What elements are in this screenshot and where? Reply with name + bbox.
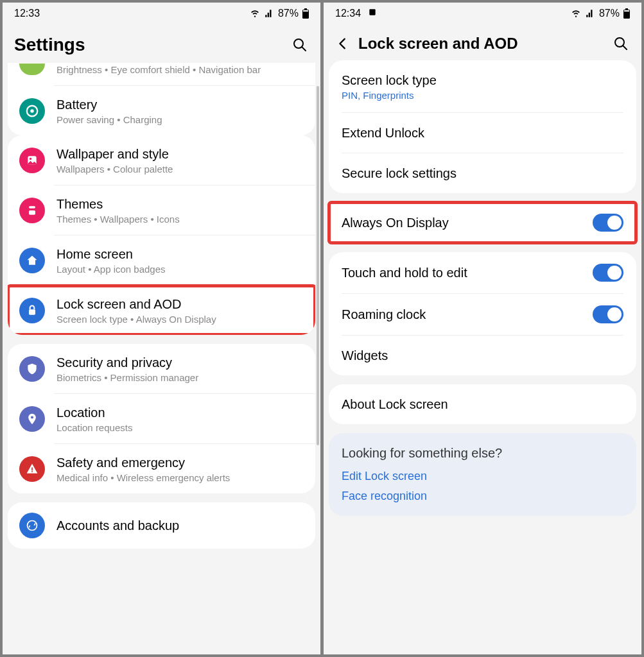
item-sub: Biometrics • Permission manager (57, 372, 304, 383)
page-title: Settings (14, 35, 283, 55)
status-bar: 12:34 87% (324, 3, 641, 23)
lock-settings-list: Screen lock type PIN, Fingerprints Exten… (324, 60, 641, 654)
tips-title: Looking for something else? (342, 446, 623, 461)
item-sub: Screen lock type • Always On Display (57, 314, 304, 325)
tips-link-edit-lock[interactable]: Edit Lock screen (342, 470, 623, 483)
settings-item-lock-screen[interactable]: Lock screen and AOD Screen lock type • A… (8, 286, 315, 335)
svg-rect-16 (369, 9, 375, 15)
svg-point-6 (30, 109, 34, 113)
media-icon (368, 8, 377, 19)
item-title: Accounts and backup (57, 517, 304, 534)
emergency-icon (19, 456, 45, 482)
item-roaming-clock[interactable]: Roaming clock (329, 294, 636, 335)
item-title: Secure lock settings (342, 165, 623, 182)
battery-pct: 87% (599, 8, 620, 19)
svg-rect-11 (29, 309, 35, 314)
svg-rect-13 (31, 467, 33, 470)
svg-rect-10 (29, 210, 35, 215)
item-secure-lock-settings[interactable]: Secure lock settings (329, 153, 636, 193)
lock-icon (19, 298, 45, 323)
battery-pct: 87% (278, 8, 299, 19)
right-phone: 12:34 87% Lock screen and AOD (324, 3, 641, 654)
item-sub: Location requests (57, 422, 304, 433)
settings-card: Touch and hold to edit Roaming clock Wid… (329, 252, 636, 375)
status-time: 12:34 (335, 8, 361, 19)
item-touch-hold-edit[interactable]: Touch and hold to edit (329, 252, 636, 293)
page-title: Lock screen and AOD (358, 35, 604, 53)
item-title: Battery (57, 96, 304, 113)
item-title: Safety and emergency (57, 454, 304, 471)
wifi-icon (571, 9, 581, 18)
item-title: Widgets (342, 347, 623, 364)
svg-point-15 (28, 521, 37, 531)
wifi-icon (250, 9, 260, 18)
item-widgets[interactable]: Widgets (329, 336, 636, 375)
wallpaper-icon (19, 148, 45, 173)
search-button[interactable] (291, 36, 309, 54)
settings-item-accounts[interactable]: Accounts and backup (8, 502, 315, 549)
item-sub: PIN, Fingerprints (342, 90, 623, 101)
item-title: Extend Unlock (342, 124, 623, 141)
item-title: Touch and hold to edit (342, 264, 581, 281)
settings-item-themes[interactable]: Themes Themes • Wallpapers • Icons (8, 185, 315, 235)
battery-icon (623, 8, 630, 19)
battery-icon (302, 8, 309, 19)
settings-item-battery[interactable]: Battery Power saving • Charging (8, 86, 315, 135)
settings-item-wallpaper[interactable]: Wallpaper and style Wallpapers • Colour … (8, 135, 315, 185)
svg-rect-1 (304, 8, 307, 10)
settings-item-safety[interactable]: Safety and emergency Medical info • Wire… (8, 444, 315, 493)
left-phone: 12:33 87% Settings Brightness • E (3, 3, 320, 654)
item-screen-lock-type[interactable]: Screen lock type PIN, Fingerprints (329, 60, 636, 112)
item-extend-unlock[interactable]: Extend Unlock (329, 113, 636, 153)
svg-rect-19 (624, 10, 629, 12)
settings-item-security[interactable]: Security and privacy Biometrics • Permis… (8, 344, 315, 393)
svg-point-8 (30, 157, 31, 159)
item-sub: Wallpapers • Colour palette (57, 164, 304, 175)
settings-card-aod: Always On Display (329, 202, 636, 243)
settings-card: Screen lock type PIN, Fingerprints Exten… (329, 60, 636, 193)
themes-icon (19, 198, 45, 223)
svg-rect-9 (29, 206, 35, 208)
page-header: Settings (3, 23, 320, 63)
item-sub: Themes • Wallpapers • Icons (57, 214, 304, 225)
svg-rect-14 (31, 471, 33, 472)
settings-item-home[interactable]: Home screen Layout • App icon badges (8, 235, 315, 285)
settings-card: Security and privacy Biometrics • Permis… (8, 344, 315, 493)
battery-icon (19, 98, 45, 124)
settings-card: Brightness • Eye comfort shield • Naviga… (8, 63, 315, 135)
status-bar: 12:33 87% (3, 3, 320, 23)
back-button[interactable] (335, 36, 351, 51)
item-title: Lock screen and AOD (57, 296, 304, 312)
location-icon (19, 406, 45, 432)
settings-item-display[interactable]: Brightness • Eye comfort shield • Naviga… (8, 63, 315, 85)
item-title: Home screen (57, 246, 304, 262)
settings-card: About Lock screen (329, 384, 636, 424)
search-button[interactable] (612, 35, 630, 53)
signal-icon (585, 9, 595, 18)
item-title: Location (57, 404, 304, 421)
settings-list: Brightness • Eye comfort shield • Naviga… (3, 63, 320, 654)
item-title: Screen lock type (342, 72, 623, 89)
tips-card: Looking for something else? Edit Lock sc… (329, 433, 636, 516)
settings-item-location[interactable]: Location Location requests (8, 394, 315, 443)
accounts-icon (19, 513, 45, 538)
page-header: Lock screen and AOD (324, 23, 641, 60)
item-sub: Layout • App icon badges (57, 264, 304, 275)
item-always-on-display[interactable]: Always On Display (329, 202, 636, 243)
item-title: Wallpaper and style (57, 146, 304, 162)
toggle-roaming-clock[interactable] (593, 305, 623, 323)
shield-icon (19, 356, 45, 382)
item-sub: Medical info • Wireless emergency alerts (57, 472, 304, 483)
toggle-aod[interactable] (593, 214, 623, 232)
item-about-lock-screen[interactable]: About Lock screen (329, 384, 636, 424)
scroll-indicator[interactable] (317, 86, 319, 445)
item-sub: Power saving • Charging (57, 114, 304, 125)
signal-icon (264, 9, 274, 18)
item-title: About Lock screen (342, 396, 623, 413)
item-title: Themes (57, 196, 304, 212)
home-icon (19, 248, 45, 273)
tips-link-face-recognition[interactable]: Face recognition (342, 490, 623, 503)
toggle-touch-hold[interactable] (593, 264, 623, 282)
svg-rect-18 (625, 8, 628, 10)
item-sub: Brightness • Eye comfort shield • Naviga… (57, 64, 304, 75)
